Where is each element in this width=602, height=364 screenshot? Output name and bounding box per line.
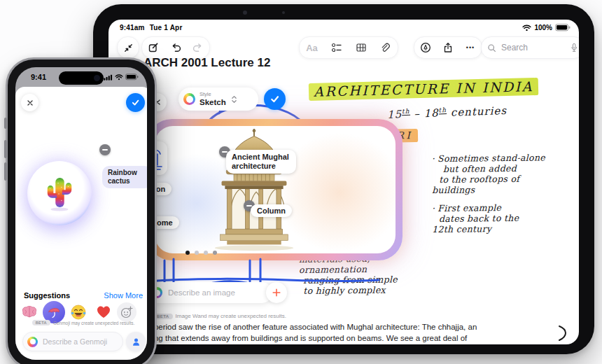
describe-image-field[interactable] [146, 282, 272, 303]
cellular-icon [104, 74, 113, 80]
volume-up-button [4, 140, 7, 158]
style-picker[interactable]: Style Sketch [178, 88, 258, 111]
generated-image[interactable] [155, 126, 396, 253]
markup-button[interactable] [416, 38, 435, 57]
person-icon [131, 337, 141, 347]
genmoji-beta-note: BETA Genmoji may create unexpected resul… [15, 320, 147, 326]
pen-flourish [556, 325, 575, 343]
describe-genmoji-field[interactable] [22, 332, 123, 351]
search-field[interactable] [481, 36, 579, 59]
close-icon [26, 99, 34, 107]
attachment-button[interactable] [376, 38, 396, 57]
iphone-status-icons [104, 74, 139, 80]
ipad-status-right: 100% [522, 24, 570, 31]
genmoji-tag[interactable]: Rainbow cactus [102, 166, 147, 188]
add-image-button[interactable] [266, 282, 287, 303]
wifi-icon [115, 74, 123, 80]
tools-group: ••• [414, 36, 482, 59]
new-genmoji-button[interactable] [117, 302, 136, 322]
describe-genmoji-input[interactable] [41, 337, 118, 346]
volume-down-button [4, 162, 7, 181]
new-genmoji-icon [120, 305, 134, 319]
plus-icon [272, 288, 281, 298]
genmoji-preview [27, 161, 92, 225]
undo-button[interactable] [166, 38, 186, 57]
share-icon [442, 42, 454, 53]
more-button[interactable]: ••• [461, 38, 480, 57]
more-icon: ••• [466, 44, 475, 51]
wand-accept-button[interactable] [264, 88, 286, 110]
collapse-toolbar-button[interactable] [117, 36, 139, 59]
bullet-chhatri-4: ·Sometimes stand-alone but often added t… [432, 152, 576, 195]
table-button[interactable] [351, 38, 371, 57]
beta-text: Image Wand may create unexpected results… [176, 313, 286, 319]
genmoji-accept-button[interactable] [126, 93, 145, 112]
show-more-link[interactable]: Show More [104, 291, 143, 300]
note-paragraph: s period saw the rise of another feature… [148, 321, 576, 344]
format-button[interactable]: Aa [302, 38, 322, 57]
compose-button[interactable] [144, 38, 163, 57]
handwritten-subheading: 15th – 18th centuries [387, 104, 507, 121]
search-icon [487, 43, 496, 52]
ipad-status-left: 9:41amTue 1 Apr [120, 24, 187, 31]
checklist-icon [331, 42, 342, 53]
beta-text: Genmoji may create unexpected results. [53, 321, 134, 326]
checkmark-icon [131, 98, 140, 107]
markup-pencil-icon [420, 42, 431, 53]
personalize-button[interactable] [126, 332, 146, 351]
ipad-time: 9:41am [120, 24, 145, 31]
chevron-up-down-icon [230, 94, 238, 104]
apple-intelligence-icon [27, 337, 38, 347]
tag-column[interactable]: Column [251, 204, 292, 217]
heart-emoji [96, 305, 111, 319]
suggestion-brain[interactable] [20, 302, 39, 322]
format-icon: Aa [306, 43, 318, 53]
table-icon [356, 42, 367, 53]
handwritten-heading: ARCHITECTURE IN INDIA [309, 78, 538, 99]
umbrella-emoji [47, 305, 61, 319]
image-wand-frame [148, 119, 402, 260]
search-input[interactable] [500, 42, 566, 53]
genmoji-sheet: Rainbow cactus Suggestions Show More [15, 87, 147, 360]
suggestion-heart[interactable] [94, 302, 113, 322]
checklist-button[interactable] [327, 38, 346, 57]
dynamic-island [59, 71, 104, 85]
iphone-screen: 9:41 [15, 67, 147, 360]
beta-badge: BETA [32, 320, 50, 326]
chhatri-illustration [184, 127, 324, 253]
mic-icon[interactable] [570, 43, 578, 52]
image-wand-beta-note: BETA Image Wand may create unexpected re… [153, 313, 286, 319]
minus-icon [102, 149, 108, 150]
note-title: ARCH 2001 Lecture 12 [144, 56, 270, 70]
battery-icon [555, 24, 570, 31]
ipad-date: Tue 1 Apr [150, 24, 183, 31]
wifi-icon [522, 24, 531, 31]
rainbow-cactus-emoji [43, 174, 76, 213]
battery-percent: 100% [534, 24, 552, 31]
checkmark-icon [270, 94, 280, 104]
redo-button[interactable] [188, 38, 208, 57]
ipad-camera-dot [282, 11, 285, 14]
format-group: Aa [299, 36, 398, 59]
bullet-chhatri-5: ·First example dates back to the 12th ce… [432, 202, 575, 234]
describe-image-input[interactable] [167, 288, 267, 298]
genmoji-close-button[interactable] [21, 94, 38, 111]
ipad-screen: 9:41amTue 1 Apr 100% [108, 20, 579, 344]
style-swatch-icon [183, 93, 195, 105]
iphone-bezel: 9:41 [8, 59, 155, 364]
iphone-device: 9:41 [6, 57, 157, 364]
ipad-camera [243, 10, 247, 15]
style-text: Style Sketch [200, 92, 226, 106]
front-camera [94, 75, 100, 81]
laughing-emoji [70, 304, 87, 321]
suggestions-title: Suggestions [24, 291, 70, 300]
iphone-time: 9:41 [31, 73, 46, 81]
suggestion-laughing[interactable] [69, 302, 88, 322]
collapse-icon [118, 38, 138, 57]
paperclip-icon [380, 42, 391, 53]
ipad-device: 9:41amTue 1 Apr 100% [93, 4, 594, 354]
tag-subject[interactable]: Ancient Mughal architecture [226, 150, 296, 174]
remove-genmoji-tag-button[interactable] [99, 144, 111, 155]
share-button[interactable] [438, 38, 458, 57]
battery-icon [125, 74, 139, 80]
